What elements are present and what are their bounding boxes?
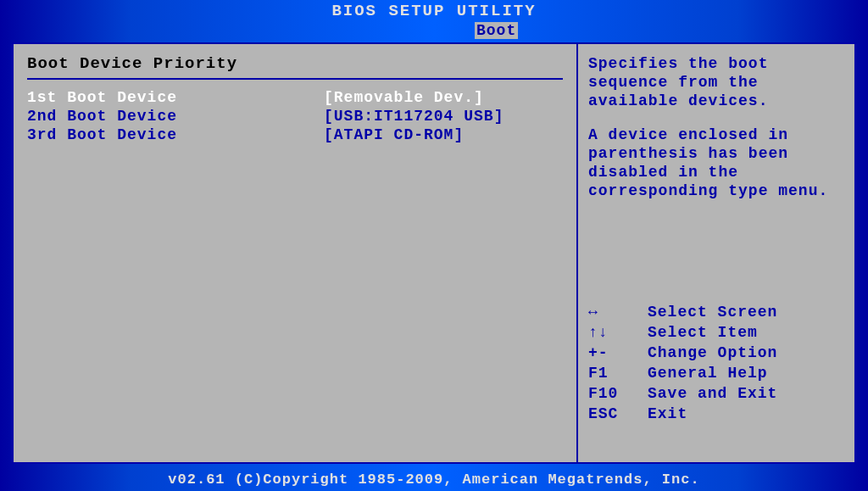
keyhint-save-exit: F10 Save and Exit [588,383,844,404]
boot-value: [ATAPI CD-ROM] [324,126,563,143]
main-pane: Boot Device Priority 1st Boot Device [Re… [14,44,578,462]
boot-value: [USB:IT117204 USB] [324,108,563,125]
help-paragraph-1: Specifies the boot sequence from the ava… [588,54,844,110]
keyhint-action: General Help [648,363,844,383]
section-title: Boot Device Priority [27,54,563,78]
keyhint-action: Select Screen [648,302,844,322]
keyhint-action: Select Item [648,322,844,343]
boot-value: [Removable Dev.] [324,89,563,106]
keyhint-action: Save and Exit [648,383,844,404]
tab-row: Boot [0,22,868,42]
copyright-text: v02.61 (C)Copyright 1985-2009, American … [168,471,699,488]
keyhint-key: F10 [588,383,648,404]
footer: v02.61 (C)Copyright 1985-2009, American … [0,467,868,491]
spacer [588,200,844,302]
keyhint-action: Change Option [648,343,844,363]
key-hints: ↔ Select Screen ↑↓ Select Item +- Change… [588,302,844,424]
keyhint-general-help: F1 General Help [588,363,844,383]
app-title: BIOS SETUP UTILITY [331,2,536,20]
boot-label: 1st Boot Device [27,89,324,106]
keyhint-key: F1 [588,363,648,383]
boot-label: 2nd Boot Device [27,108,324,125]
bios-window: BIOS SETUP UTILITY Boot Boot Device Prio… [0,0,868,491]
keyhint-select-screen: ↔ Select Screen [588,302,844,322]
keyhint-change-option: +- Change Option [588,343,844,363]
boot-row-3[interactable]: 3rd Boot Device [ATAPI CD-ROM] [27,126,563,144]
section-divider [27,78,563,80]
boot-label: 3rd Boot Device [27,126,324,143]
help-pane: Specifies the boot sequence from the ava… [578,44,854,462]
keyhint-select-item: ↑↓ Select Item [588,322,844,343]
title-bar: BIOS SETUP UTILITY [0,0,868,22]
keyhint-action: Exit [648,404,844,424]
boot-row-2[interactable]: 2nd Boot Device [USB:IT117204 USB] [27,107,563,126]
keyhint-key: ESC [588,404,648,424]
tab-boot[interactable]: Boot [475,22,518,39]
content-frame: Boot Device Priority 1st Boot Device [Re… [12,42,856,464]
keyhint-exit: ESC Exit [588,404,844,424]
spacer [588,110,844,126]
keyhint-key: +- [588,343,648,363]
help-paragraph-2: A device enclosed in parenthesis has bee… [588,126,844,200]
boot-row-1[interactable]: 1st Boot Device [Removable Dev.] [27,88,563,107]
keyhint-key: ↔ [588,302,648,322]
keyhint-key: ↑↓ [588,322,648,343]
